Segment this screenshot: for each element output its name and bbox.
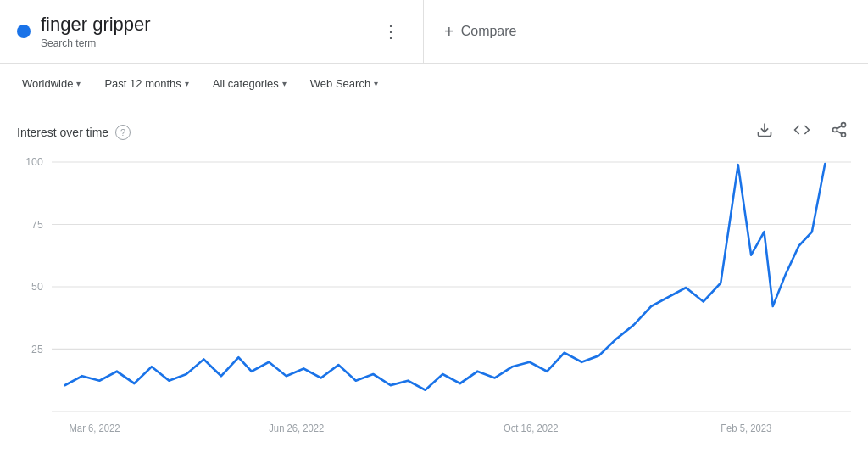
svg-text:Jun 26, 2022: Jun 26, 2022 (269, 423, 324, 434)
svg-text:Oct 16, 2022: Oct 16, 2022 (504, 423, 558, 434)
embed-button[interactable] (790, 118, 814, 146)
more-options-button[interactable]: ⋮ (376, 14, 406, 48)
search-term-name: finger gripper (41, 14, 365, 36)
svg-text:Feb 5, 2023: Feb 5, 2023 (721, 423, 771, 434)
svg-text:25: 25 (31, 342, 43, 355)
svg-text:50: 50 (31, 280, 43, 293)
compare-plus-icon: + (444, 22, 454, 42)
svg-point-2 (833, 128, 837, 132)
term-color-dot (17, 25, 31, 38)
region-filter[interactable]: Worldwide ▾ (14, 72, 89, 95)
chart-title-area: Interest over time ? (17, 125, 131, 140)
time-range-filter[interactable]: Past 12 months ▾ (96, 72, 197, 95)
chart-title: Interest over time (17, 126, 108, 139)
chart-actions (753, 118, 851, 146)
categories-label: All categories (213, 77, 279, 90)
page-header: finger gripper Search term ⋮ + Compare (0, 0, 868, 64)
svg-line-5 (837, 126, 842, 128)
svg-point-1 (842, 123, 846, 127)
categories-filter[interactable]: All categories ▾ (204, 72, 295, 95)
chart-section: Interest over time ? (0, 104, 868, 455)
region-label: Worldwide (22, 77, 73, 90)
share-button[interactable] (827, 118, 851, 146)
svg-text:75: 75 (31, 217, 43, 230)
search-term-section: finger gripper Search term ⋮ (0, 0, 424, 63)
search-term-label: Search term (41, 37, 365, 49)
svg-text:100: 100 (25, 155, 43, 168)
term-info: finger gripper Search term (41, 14, 365, 49)
svg-line-4 (837, 131, 842, 133)
time-range-chevron: ▾ (185, 79, 189, 88)
search-type-chevron: ▾ (374, 79, 378, 88)
help-icon[interactable]: ? (115, 125, 131, 140)
search-type-filter[interactable]: Web Search ▾ (302, 72, 387, 95)
trend-chart: 100 75 50 25 Mar 6, 2022 Jun 26, 2022 Oc… (17, 153, 851, 441)
compare-label: Compare (461, 24, 517, 39)
chart-container: 100 75 50 25 Mar 6, 2022 Jun 26, 2022 Oc… (17, 153, 851, 441)
categories-chevron: ▾ (282, 79, 287, 88)
download-button[interactable] (753, 118, 776, 146)
compare-section[interactable]: + Compare (424, 0, 537, 63)
svg-text:Mar 6, 2022: Mar 6, 2022 (70, 423, 120, 434)
region-chevron: ▾ (76, 79, 81, 88)
time-range-label: Past 12 months (104, 77, 181, 90)
filters-bar: Worldwide ▾ Past 12 months ▾ All categor… (0, 64, 868, 104)
search-type-label: Web Search (310, 77, 370, 90)
chart-header: Interest over time ? (17, 118, 851, 146)
svg-point-3 (842, 132, 846, 137)
